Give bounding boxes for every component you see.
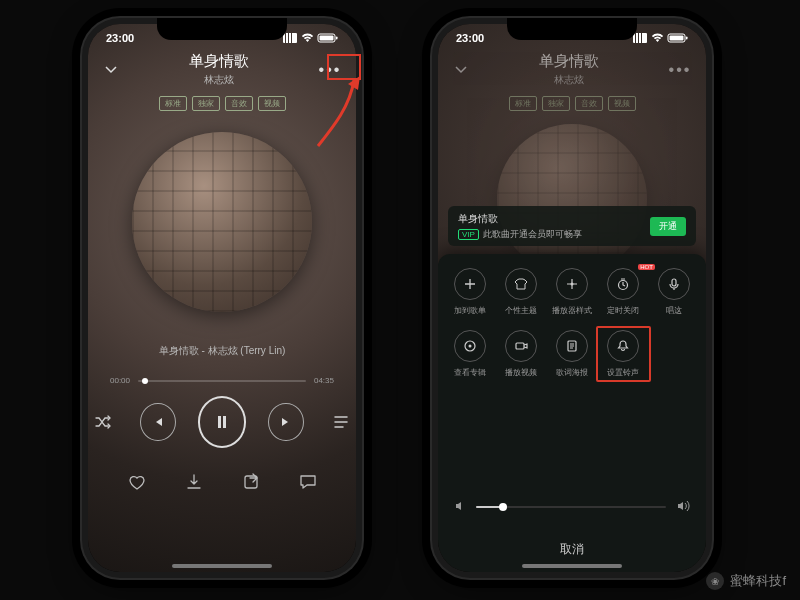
svg-rect-8	[686, 37, 688, 40]
stage: 23:00 单身情歌 林志炫 ••• 标准 独家	[0, 0, 800, 600]
time-current: 00:00	[110, 376, 130, 385]
status-time: 23:00	[106, 32, 134, 44]
annotation-box-more	[327, 54, 361, 80]
svg-rect-2	[336, 37, 338, 40]
tag-video[interactable]: 视频	[258, 96, 286, 111]
sheet-play-video[interactable]: 播放视频	[495, 330, 546, 378]
svg-rect-1	[320, 36, 334, 41]
watermark-text: 蜜蜂科技f	[730, 572, 786, 590]
collapse-button[interactable]	[452, 61, 470, 79]
status-icons	[633, 33, 688, 43]
battery-icon	[318, 33, 338, 43]
sheet-view-album[interactable]: 查看专辑	[444, 330, 495, 378]
time-total: 04:35	[314, 376, 334, 385]
progress-bar[interactable]	[138, 380, 306, 382]
vip-open-button[interactable]: 开通	[650, 217, 686, 236]
tag-row: 标准 独家 音效 视频	[88, 96, 356, 111]
like-button[interactable]	[123, 468, 151, 496]
volume-slider[interactable]	[476, 506, 666, 508]
album-art-dim	[497, 124, 647, 274]
screen-left: 23:00 单身情歌 林志炫 ••• 标准 独家	[88, 24, 356, 572]
svg-rect-4	[223, 416, 226, 428]
hot-badge: HOT	[638, 264, 655, 270]
wifi-icon	[651, 33, 664, 43]
phone-right: 23:00 单身情歌 林志炫 ••• 标准 独家	[432, 18, 712, 578]
prev-button[interactable]	[140, 403, 176, 441]
title-block: 单身情歌 林志炫	[470, 52, 668, 87]
notch	[157, 18, 287, 40]
signal-icon	[633, 33, 647, 43]
plus-icon	[454, 268, 486, 300]
song-artist: 林志炫	[470, 73, 668, 87]
volume-row	[454, 498, 690, 516]
watermark: ❀ 蜜蜂科技f	[706, 572, 786, 590]
cancel-button[interactable]: 取消	[438, 541, 706, 558]
progress-row: 00:00 04:35	[110, 376, 334, 385]
sheet-theme[interactable]: 个性主题	[495, 268, 546, 316]
status-time: 23:00	[456, 32, 484, 44]
action-row	[88, 468, 356, 496]
tag-exclusive: 独家	[542, 96, 570, 111]
battery-icon	[668, 33, 688, 43]
tag-quality[interactable]: 标准	[159, 96, 187, 111]
volume-high-icon	[676, 498, 690, 516]
tag-effect: 音效	[575, 96, 603, 111]
song-title: 单身情歌	[470, 52, 668, 71]
sheet-sing[interactable]: 唱这	[649, 268, 700, 316]
volume-low-icon	[454, 498, 466, 516]
wechat-icon: ❀	[706, 572, 724, 590]
sheet-grid: 加到歌单 个性主题 播放器样式 HOT 定时关闭	[438, 268, 706, 378]
screen-right: 23:00 单身情歌 林志炫 ••• 标准 独家	[438, 24, 706, 572]
action-sheet: 单身情歌 VIP 此歌曲开通会员即可畅享 开通 加到歌单	[438, 254, 706, 572]
notch	[507, 18, 637, 40]
playlist-button[interactable]	[326, 406, 356, 438]
song-artist[interactable]: 林志炫	[120, 73, 318, 87]
video-icon	[505, 330, 537, 362]
svg-rect-7	[670, 36, 684, 41]
shuffle-button[interactable]	[88, 406, 118, 438]
album-art[interactable]	[132, 132, 312, 312]
player-header: 单身情歌 林志炫 •••	[438, 52, 706, 87]
tag-video: 视频	[608, 96, 636, 111]
download-button[interactable]	[180, 468, 208, 496]
vip-banner[interactable]: 单身情歌 VIP 此歌曲开通会员即可畅享 开通	[448, 206, 696, 246]
svg-rect-3	[218, 416, 221, 428]
status-icons	[283, 33, 338, 43]
more-button[interactable]: •••	[668, 58, 692, 82]
svg-point-13	[468, 345, 471, 348]
sliders-icon	[556, 268, 588, 300]
vip-message: 此歌曲开通会员即可畅享	[483, 228, 642, 241]
phone-left: 23:00 单身情歌 林志炫 ••• 标准 独家	[82, 18, 362, 578]
tag-exclusive[interactable]: 独家	[192, 96, 220, 111]
bell-icon	[607, 330, 639, 362]
song-title: 单身情歌	[120, 52, 318, 71]
comment-button[interactable]	[294, 468, 322, 496]
signal-icon	[283, 33, 297, 43]
playback-controls	[88, 396, 356, 448]
mic-icon	[658, 268, 690, 300]
now-playing-line: 单身情歌 - 林志炫 (Terry Lin)	[88, 344, 356, 358]
sheet-player-style[interactable]: 播放器样式	[546, 268, 597, 316]
share-button[interactable]	[237, 468, 265, 496]
tag-effect[interactable]: 音效	[225, 96, 253, 111]
play-pause-button[interactable]	[198, 396, 247, 448]
vip-badge: VIP	[458, 229, 479, 240]
collapse-button[interactable]	[102, 61, 120, 79]
poster-icon	[556, 330, 588, 362]
tag-quality: 标准	[509, 96, 537, 111]
sheet-add-playlist[interactable]: 加到歌单	[444, 268, 495, 316]
tag-row: 标准 独家 音效 视频	[438, 96, 706, 111]
sheet-sleep-timer[interactable]: HOT 定时关闭	[598, 268, 649, 316]
sheet-lyric-poster[interactable]: 歌词海报	[546, 330, 597, 378]
shirt-icon	[505, 268, 537, 300]
home-indicator[interactable]	[522, 564, 622, 568]
home-indicator[interactable]	[172, 564, 272, 568]
vip-song-title: 单身情歌	[458, 212, 642, 226]
svg-rect-11	[672, 279, 676, 286]
disc-icon	[454, 330, 486, 362]
next-button[interactable]	[268, 403, 304, 441]
sheet-set-ringtone[interactable]: 设置铃声	[598, 330, 649, 378]
svg-rect-14	[516, 343, 524, 349]
svg-point-9	[570, 283, 573, 286]
wifi-icon	[301, 33, 314, 43]
